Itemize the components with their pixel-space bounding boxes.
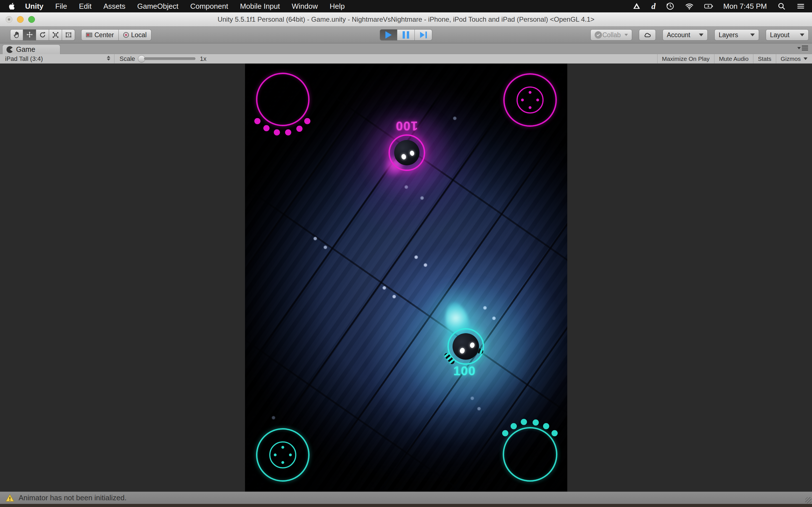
window-title: Unity 5.5.1f1 Personal (64bit) - Game.un… <box>218 15 595 23</box>
pivot-local-label: Local <box>131 31 147 39</box>
tab-game[interactable]: Game <box>2 45 60 54</box>
tab-game-label: Game <box>16 45 35 54</box>
toolbar-right-group: Collab Account Layers Layout <box>591 29 809 41</box>
macos-menu-bar: Unity File Edit Assets GameObject Compon… <box>0 0 812 12</box>
magenta-player-eye <box>401 154 407 160</box>
status-bar[interactable]: Animator has not been initialized. <box>0 492 812 504</box>
magenta-player-eye <box>409 150 415 156</box>
battery-icon[interactable] <box>704 2 713 11</box>
cyan-player-body <box>453 333 479 360</box>
aspect-ratio-dropdown[interactable]: iPad Tall (3:4) <box>0 54 114 63</box>
layers-dropdown[interactable]: Layers <box>714 29 759 41</box>
menu-file[interactable]: File <box>49 2 73 11</box>
panel-menu-icon <box>802 46 808 50</box>
joystick-top-left[interactable] <box>256 73 310 126</box>
menu-window[interactable]: Window <box>286 2 324 11</box>
wifi-icon[interactable] <box>685 2 694 11</box>
cyan-player-score: 100 <box>437 364 493 378</box>
game-view-toolbar: iPad Tall (3:4) Scale 1x Maximize On Pla… <box>0 54 812 64</box>
spotlight-search-icon[interactable] <box>777 2 786 11</box>
resize-grip[interactable] <box>805 497 811 503</box>
pivot-local-button[interactable]: Local <box>119 29 151 41</box>
hand-tool-button[interactable] <box>10 29 23 41</box>
menu-gameobject[interactable]: GameObject <box>132 2 185 11</box>
screen: Unity File Edit Assets GameObject Compon… <box>0 0 812 507</box>
menu-mobile-input[interactable]: Mobile Input <box>234 2 286 11</box>
collab-dropdown[interactable]: Collab <box>591 29 632 41</box>
scale-label: Scale <box>119 55 135 62</box>
playback-controls <box>380 29 432 41</box>
collab-check-icon <box>595 31 602 39</box>
mute-audio-toggle[interactable]: Mute Audio <box>714 54 753 63</box>
window-close-button[interactable] <box>6 16 12 23</box>
aspect-updown-icon <box>107 56 110 61</box>
window-minimize-button[interactable] <box>17 16 24 23</box>
window-bottom-edge <box>0 504 812 507</box>
stats-toggle[interactable]: Stats <box>753 54 776 63</box>
aspect-ratio-value: iPad Tall (3:4) <box>5 55 43 62</box>
game-viewport[interactable]: 100 100 <box>245 64 567 492</box>
cloud-services-button[interactable] <box>639 29 656 41</box>
collab-caret-icon <box>624 34 628 36</box>
gizmos-caret-icon <box>804 57 808 60</box>
window-zoom-button[interactable] <box>28 16 35 23</box>
pause-button[interactable] <box>397 29 415 41</box>
docker-menu-icon[interactable]: d <box>651 1 656 11</box>
gamebar-separator <box>114 54 114 63</box>
cloud-icon <box>643 31 652 40</box>
account-dropdown[interactable]: Account <box>663 29 708 41</box>
apple-menu-icon[interactable] <box>8 2 16 10</box>
joystick-bottom-right[interactable] <box>503 427 557 482</box>
magenta-player-body <box>394 140 419 165</box>
maximize-on-play-toggle[interactable]: Maximize On Play <box>657 54 714 63</box>
magenta-player-score: 100 <box>378 119 435 133</box>
menu-unity[interactable]: Unity <box>19 2 49 11</box>
menu-help[interactable]: Help <box>324 2 350 11</box>
menu-assets[interactable]: Assets <box>98 2 132 11</box>
joystick-bottom-left-inner <box>269 441 296 468</box>
hand-icon <box>13 31 20 39</box>
rotate-icon <box>39 31 47 39</box>
move-tool-button[interactable] <box>23 29 36 41</box>
editor-dock-area: 100 100 <box>0 64 812 492</box>
gizmos-label: Gizmos <box>781 55 801 62</box>
pivot-local-icon <box>123 32 129 38</box>
rect-transform-icon <box>64 31 72 39</box>
panel-menu-caret-icon <box>797 47 801 49</box>
rotate-tool-button[interactable] <box>36 29 49 41</box>
pivot-center-icon <box>86 33 92 37</box>
pivot-center-button[interactable]: Center <box>81 29 119 41</box>
layout-dropdown[interactable]: Layout <box>766 29 809 41</box>
scale-slider-track[interactable] <box>144 57 195 60</box>
scale-icon <box>52 31 59 39</box>
drive-icon[interactable] <box>632 2 641 11</box>
game-view-icon <box>6 46 13 53</box>
rect-tool-button[interactable] <box>62 29 75 41</box>
time-machine-icon[interactable] <box>666 2 675 11</box>
scale-tool-button[interactable] <box>49 29 62 41</box>
menu-edit[interactable]: Edit <box>73 2 98 11</box>
collab-label: Collab <box>602 31 620 39</box>
panel-tab-bar: Game <box>0 43 812 54</box>
play-button[interactable] <box>380 29 397 41</box>
menu-bar-clock[interactable]: Mon 7:45 PM <box>723 2 767 11</box>
account-caret-icon <box>699 34 703 36</box>
play-icon <box>386 31 392 39</box>
step-button[interactable] <box>415 29 432 41</box>
notification-center-icon[interactable] <box>796 2 805 11</box>
layers-label: Layers <box>719 31 738 39</box>
scale-value: 1x <box>200 55 206 62</box>
cyan-player-eye <box>459 347 465 354</box>
panel-menu-button[interactable] <box>797 46 808 50</box>
pivot-center-label: Center <box>94 31 114 39</box>
move-icon <box>26 31 34 39</box>
step-icon <box>420 32 427 38</box>
joystick-top-right-inner <box>516 87 544 114</box>
pivot-toggle-group: Center Local <box>81 29 151 41</box>
status-message: Animator has not been initialized. <box>18 494 126 502</box>
layers-caret-icon <box>750 34 755 36</box>
warning-icon <box>5 493 15 503</box>
transform-tool-group <box>10 29 75 41</box>
menu-component[interactable]: Component <box>185 2 234 11</box>
gizmos-dropdown[interactable]: Gizmos <box>776 54 812 63</box>
